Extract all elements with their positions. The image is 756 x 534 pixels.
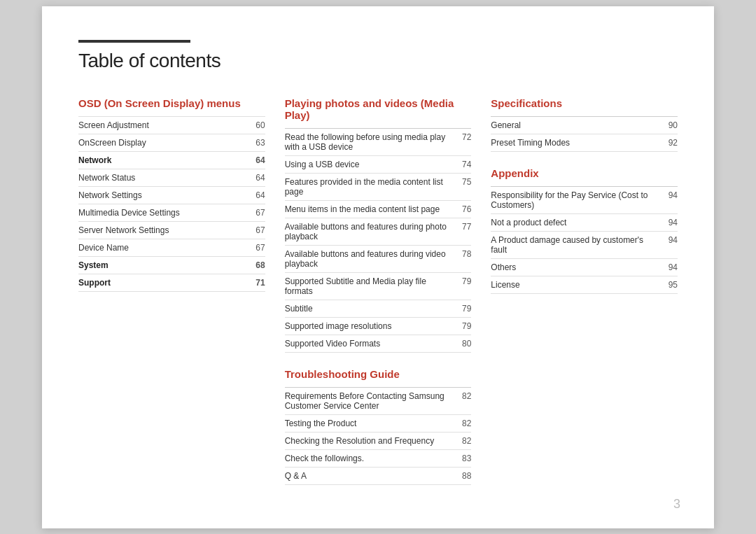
table-row: Using a USB device74 [285, 155, 472, 173]
page: Table of contents OSD (On Screen Display… [42, 6, 714, 528]
table-row: Server Network Settings67 [78, 221, 265, 239]
section-media: Playing photos and videos (Media Play) R… [285, 97, 472, 353]
table-row: Others94 [491, 258, 678, 276]
table-row: A Product damage caused by customer's fa… [491, 231, 678, 258]
toc-item-page: 88 [450, 467, 471, 484]
toc-item-page: 75 [450, 173, 471, 200]
toc-item-label: Network Settings [78, 186, 244, 204]
toc-item-page: 94 [657, 231, 678, 258]
table-row: Check the followings.83 [285, 449, 472, 467]
media-table: Read the following before using media pl… [285, 128, 472, 353]
toc-item-label: Available buttons and features during vi… [285, 245, 451, 272]
toc-item-label: Check the followings. [285, 449, 451, 467]
toc-item-label: OnScreen Display [78, 134, 244, 151]
table-row: Supported Subtitle and Media play file f… [285, 272, 472, 300]
toc-item-label: Not a product defect [491, 213, 657, 231]
toc-item-label: Checking the Resolution and Frequency [285, 432, 451, 449]
toc-item-label: Multimedia Device Settings [78, 204, 244, 221]
table-row: License95 [491, 276, 678, 293]
toc-item-page: 67 [244, 221, 265, 239]
toc-item-page: 67 [244, 204, 265, 221]
page-number: 3 [673, 497, 680, 512]
specs-table: General90Preset Timing Modes92 [491, 116, 678, 152]
table-row: Menu items in the media content list pag… [285, 200, 472, 218]
table-row: Read the following before using media pl… [285, 128, 472, 155]
toc-item-label: Server Network Settings [78, 221, 244, 239]
toc-item-label: Network Status [78, 169, 244, 186]
table-row: OnScreen Display63 [78, 134, 265, 151]
toc-item-page: 76 [450, 200, 471, 218]
columns: OSD (On Screen Display) menus Screen Adj… [78, 97, 678, 500]
toc-item-label: System [78, 256, 244, 274]
toc-item-page: 83 [450, 449, 471, 467]
toc-item-page: 80 [450, 335, 471, 352]
section-appendix: Appendix Responsibility for the Pay Serv… [491, 167, 678, 294]
table-row: Network Status64 [78, 169, 265, 186]
toc-item-page: 94 [657, 258, 678, 276]
table-row: Multimedia Device Settings67 [78, 204, 265, 221]
table-row: System68 [78, 256, 265, 274]
table-row: Responsibility for the Pay Service (Cost… [491, 186, 678, 213]
col-osd: OSD (On Screen Display) menus Screen Adj… [78, 97, 285, 500]
toc-item-label: Testing the Product [285, 414, 451, 432]
section-troubleshooting-title: Troubleshooting Guide [285, 368, 472, 380]
osd-table: Screen Adjustment60OnScreen Display63Net… [78, 116, 265, 292]
toc-item-page: 79 [450, 317, 471, 335]
table-row: Network Settings64 [78, 186, 265, 204]
table-row: Available buttons and features during ph… [285, 218, 472, 245]
toc-item-label: Preset Timing Modes [491, 134, 657, 151]
toc-item-page: 72 [450, 128, 471, 155]
toc-item-page: 95 [657, 276, 678, 293]
toc-item-label: Using a USB device [285, 155, 451, 173]
toc-item-label: Supported Subtitle and Media play file f… [285, 272, 451, 300]
toc-item-label: Supported image resolutions [285, 317, 451, 335]
toc-item-label: Screen Adjustment [78, 116, 244, 134]
toc-item-label: Q & A [285, 467, 451, 484]
toc-item-label: Supported Video Formats [285, 335, 451, 352]
table-row: Features provided in the media content l… [285, 173, 472, 200]
toc-item-page: 94 [657, 213, 678, 231]
table-row: Subtitle79 [285, 300, 472, 317]
toc-item-label: Device Name [78, 239, 244, 256]
table-row: Supported Video Formats80 [285, 335, 472, 352]
toc-item-page: 79 [450, 300, 471, 317]
toc-item-page: 82 [450, 432, 471, 449]
toc-item-page: 77 [450, 218, 471, 245]
table-row: Not a product defect94 [491, 213, 678, 231]
toc-item-label: Read the following before using media pl… [285, 128, 451, 155]
toc-item-page: 79 [450, 272, 471, 300]
table-row: Supported image resolutions79 [285, 317, 472, 335]
section-specs: Specifications General90Preset Timing Mo… [491, 97, 678, 152]
toc-item-page: 82 [450, 414, 471, 432]
toc-item-page: 74 [450, 155, 471, 173]
section-media-title: Playing photos and videos (Media Play) [285, 97, 472, 121]
toc-item-label: A Product damage caused by customer's fa… [491, 231, 657, 258]
toc-item-page: 67 [244, 239, 265, 256]
toc-item-label: Others [491, 258, 657, 276]
col-specs: Specifications General90Preset Timing Mo… [491, 97, 678, 500]
table-row: Testing the Product82 [285, 414, 472, 432]
toc-item-label: Support [78, 274, 244, 291]
toc-item-label: License [491, 276, 657, 293]
toc-item-page: 90 [657, 116, 678, 134]
toc-item-page: 94 [657, 186, 678, 213]
toc-item-page: 92 [657, 134, 678, 151]
table-row: General90 [491, 116, 678, 134]
section-osd-title: OSD (On Screen Display) menus [78, 97, 265, 109]
toc-item-label: Features provided in the media content l… [285, 173, 451, 200]
page-title: Table of contents [78, 50, 678, 72]
table-row: Checking the Resolution and Frequency82 [285, 432, 472, 449]
toc-item-label: Available buttons and features during ph… [285, 218, 451, 245]
table-row: Support71 [78, 274, 265, 291]
toc-item-page: 82 [450, 387, 471, 414]
toc-item-label: Subtitle [285, 300, 451, 317]
col-media: Playing photos and videos (Media Play) R… [285, 97, 491, 500]
toc-item-page: 68 [244, 256, 265, 274]
toc-item-page: 78 [450, 245, 471, 272]
section-appendix-title: Appendix [491, 167, 678, 179]
toc-item-page: 64 [244, 151, 265, 169]
toc-item-label: Menu items in the media content list pag… [285, 200, 451, 218]
table-row: Device Name67 [78, 239, 265, 256]
toc-item-page: 64 [244, 186, 265, 204]
section-specs-title: Specifications [491, 97, 678, 109]
